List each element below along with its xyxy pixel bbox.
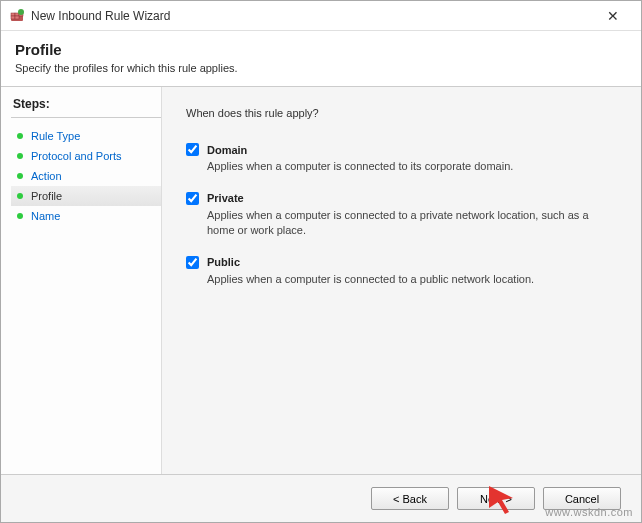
- step-name[interactable]: Name: [11, 206, 161, 226]
- wizard-header: Profile Specify the profiles for which t…: [1, 31, 641, 87]
- bullet-icon: [17, 173, 23, 179]
- bullet-icon: [17, 153, 23, 159]
- svg-rect-5: [15, 16, 19, 19]
- option-domain: Domain Applies when a computer is connec…: [186, 143, 617, 174]
- page-title: Profile: [15, 41, 627, 58]
- page-subtitle: Specify the profiles for which this rule…: [15, 62, 627, 74]
- titlebar: New Inbound Rule Wizard ✕: [1, 1, 641, 31]
- option-row[interactable]: Private: [186, 192, 617, 205]
- option-label: Private: [207, 192, 244, 204]
- step-label: Name: [31, 210, 60, 222]
- wizard-footer: < Back Next > Cancel: [1, 474, 641, 522]
- option-description: Applies when a computer is connected to …: [207, 208, 617, 238]
- svg-rect-4: [11, 16, 15, 19]
- steps-heading: Steps:: [11, 97, 161, 118]
- step-protocol-and-ports[interactable]: Protocol and Ports: [11, 146, 161, 166]
- option-label: Public: [207, 256, 240, 268]
- steps-sidebar: Steps: Rule Type Protocol and Ports Acti…: [1, 87, 161, 474]
- next-button[interactable]: Next >: [457, 487, 535, 510]
- cancel-button[interactable]: Cancel: [543, 487, 621, 510]
- option-label: Domain: [207, 144, 247, 156]
- close-button[interactable]: ✕: [593, 2, 633, 30]
- option-description: Applies when a computer is connected to …: [207, 159, 617, 174]
- step-profile[interactable]: Profile: [11, 186, 161, 206]
- firewall-icon: [9, 8, 25, 24]
- close-icon: ✕: [607, 8, 619, 24]
- svg-point-6: [18, 9, 24, 15]
- private-checkbox[interactable]: [186, 192, 199, 205]
- bullet-icon: [17, 213, 23, 219]
- window-title: New Inbound Rule Wizard: [31, 9, 593, 23]
- option-public: Public Applies when a computer is connec…: [186, 256, 617, 287]
- step-label: Profile: [31, 190, 62, 202]
- option-row[interactable]: Domain: [186, 143, 617, 156]
- bullet-icon: [17, 133, 23, 139]
- wizard-content: When does this rule apply? Domain Applie…: [161, 87, 641, 474]
- option-private: Private Applies when a computer is conne…: [186, 192, 617, 238]
- question-text: When does this rule apply?: [186, 107, 617, 119]
- option-row[interactable]: Public: [186, 256, 617, 269]
- wizard-body: Steps: Rule Type Protocol and Ports Acti…: [1, 87, 641, 474]
- domain-checkbox[interactable]: [186, 143, 199, 156]
- step-label: Rule Type: [31, 130, 80, 142]
- bullet-icon: [17, 193, 23, 199]
- svg-rect-1: [11, 13, 15, 16]
- step-action[interactable]: Action: [11, 166, 161, 186]
- step-label: Action: [31, 170, 62, 182]
- option-description: Applies when a computer is connected to …: [207, 272, 617, 287]
- back-button[interactable]: < Back: [371, 487, 449, 510]
- step-label: Protocol and Ports: [31, 150, 122, 162]
- public-checkbox[interactable]: [186, 256, 199, 269]
- step-rule-type[interactable]: Rule Type: [11, 126, 161, 146]
